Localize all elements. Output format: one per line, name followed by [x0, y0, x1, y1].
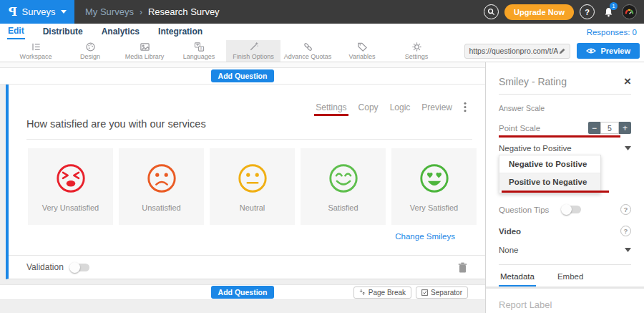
point-scale-value[interactable]: 5 [600, 122, 619, 134]
validation-toggle[interactable] [70, 264, 89, 271]
delete-question-icon[interactable] [458, 262, 467, 273]
question-tab-settings[interactable]: Settings [316, 102, 346, 112]
notifications-bell-icon[interactable]: 1 [600, 4, 616, 20]
point-scale-stepper: − 5 + [588, 122, 631, 134]
tool-label: Finish Options [233, 53, 274, 60]
tab-embed[interactable]: Embed [556, 270, 585, 286]
smiley-option-very-unsatisfied[interactable]: Very Unsatisfied [28, 148, 113, 225]
smiley-option-satisfied[interactable]: Satisfied [301, 148, 386, 225]
product-menu[interactable]: P Surveys [0, 0, 74, 24]
breadcrumb: My Surveys › Research Survey [85, 6, 220, 17]
video-help-icon[interactable]: ? [620, 226, 631, 236]
tool-settings[interactable]: Settings [389, 40, 444, 62]
question-divider [26, 139, 472, 140]
smiley-scale: Very Unsatisfied Unsatisfied [28, 148, 477, 225]
separator-button[interactable]: Separator [416, 286, 468, 299]
direction-dropdown-menu: Negative to Positive Positive to Negativ… [499, 155, 601, 193]
question-card: Settings Copy Logic Preview How satisfie… [6, 85, 485, 279]
chevron-down-icon [625, 248, 631, 252]
separator-label: Separator [431, 289, 462, 297]
smiley-label: Neutral [240, 203, 265, 212]
nav-integration[interactable]: Integration [157, 25, 203, 39]
smiley-option-very-satisfied[interactable]: Very Satisfied [391, 148, 477, 225]
edit-pencil-icon[interactable] [558, 47, 566, 55]
separator-checkbox-icon [421, 289, 428, 296]
media-library-icon [140, 42, 150, 52]
edit-toolbar: Workspace Design Media Library A Languag… [0, 40, 644, 62]
tab-label: Settings [316, 102, 346, 112]
heart-eyes-face-icon [418, 162, 451, 195]
tool-label: Design [80, 53, 100, 60]
answer-scale-label: Answer Scale [499, 104, 631, 112]
sad-face-icon [145, 162, 178, 195]
nav-distribute[interactable]: Distribute [42, 25, 84, 39]
top-strip [0, 62, 485, 68]
increment-button[interactable]: + [619, 122, 631, 134]
add-question-button-top[interactable]: Add Question [211, 69, 275, 82]
user-avatar[interactable] [622, 4, 637, 19]
validation-label: Validation [26, 262, 64, 272]
tool-variables[interactable]: Variables [335, 40, 389, 62]
toggle-knob [561, 204, 572, 215]
video-row: Video ? [499, 226, 631, 236]
tool-label: Media Library [125, 53, 165, 60]
tool-media-library[interactable]: Media Library [117, 40, 172, 62]
top-bar: P Surveys My Surveys › Research Survey U… [0, 0, 644, 24]
smiley-option-neutral[interactable]: Neutral [210, 148, 295, 225]
card-gap [0, 279, 485, 284]
breadcrumb-separator: › [140, 7, 142, 17]
question-tab-preview[interactable]: Preview [421, 102, 452, 112]
preview-label: Preview [600, 47, 630, 55]
nav-analytics[interactable]: Analytics [101, 25, 140, 39]
question-tab-logic[interactable]: Logic [390, 102, 411, 112]
responses-count[interactable]: Responses: 0 [587, 28, 637, 37]
nav-edit[interactable]: Edit [7, 24, 25, 39]
annotation-underline-point-scale [499, 135, 620, 138]
tool-languages[interactable]: A Languages [172, 40, 226, 62]
survey-url-input[interactable] [469, 47, 558, 55]
survey-url-field[interactable] [464, 44, 570, 59]
panel-header: Smiley - Rating × [499, 76, 631, 87]
upgrade-now-button[interactable]: Upgrade Now [504, 4, 574, 20]
preview-button[interactable]: Preview [577, 43, 640, 59]
chevron-down-icon [625, 146, 631, 150]
tool-advance-quotas[interactable]: Advance Quotas [280, 40, 335, 62]
option-positive-to-negative[interactable]: Positive to Negative [499, 173, 600, 191]
video-select[interactable]: None [499, 246, 631, 254]
search-icon[interactable] [484, 4, 499, 19]
close-icon[interactable]: × [624, 77, 631, 87]
tool-workspace[interactable]: Workspace [9, 40, 63, 62]
annotation-underline-positive-to-negative [502, 191, 609, 193]
question-title[interactable]: How satisfied are you with our services [26, 118, 206, 130]
smiley-option-unsatisfied[interactable]: Unsatisfied [119, 148, 204, 225]
tool-finish-options[interactable]: Finish Options [226, 40, 280, 62]
breadcrumb-my-surveys[interactable]: My Surveys [85, 6, 134, 17]
finish-options-icon [248, 42, 259, 52]
smiley-label: Very Unsatisfied [42, 203, 99, 212]
languages-icon: A [194, 42, 205, 52]
panel-divider [499, 94, 631, 95]
report-label-input[interactable] [499, 299, 625, 313]
tab-metadata[interactable]: Metadata [499, 270, 536, 286]
tool-label: Variables [349, 53, 376, 60]
question-tab-copy[interactable]: Copy [358, 102, 379, 112]
option-negative-to-positive[interactable]: Negative to Positive [499, 155, 600, 173]
validation-row: Validation [9, 255, 485, 279]
tabs-divider [486, 286, 644, 289]
direction-select[interactable]: Negative to Positive [499, 144, 631, 153]
help-icon[interactable]: ? [580, 4, 595, 19]
tool-design[interactable]: Design [63, 40, 117, 62]
question-tips-help-icon[interactable]: ? [620, 204, 631, 215]
report-label-row [499, 299, 631, 313]
video-label: Video [499, 227, 521, 236]
question-tips-toggle[interactable] [562, 206, 581, 213]
page-break-button[interactable]: Page Break [353, 286, 411, 299]
panel-tabs: Metadata Embed [499, 270, 631, 286]
add-question-button-bottom[interactable]: Add Question [211, 286, 275, 299]
decrement-button[interactable]: − [588, 122, 600, 134]
smiley-label: Very Satisfied [410, 203, 458, 212]
change-smileys-link[interactable]: Change Smileys [395, 232, 455, 241]
advance-quotas-icon [303, 42, 313, 52]
tool-label: Workspace [20, 53, 52, 60]
more-options-icon[interactable] [464, 102, 467, 112]
